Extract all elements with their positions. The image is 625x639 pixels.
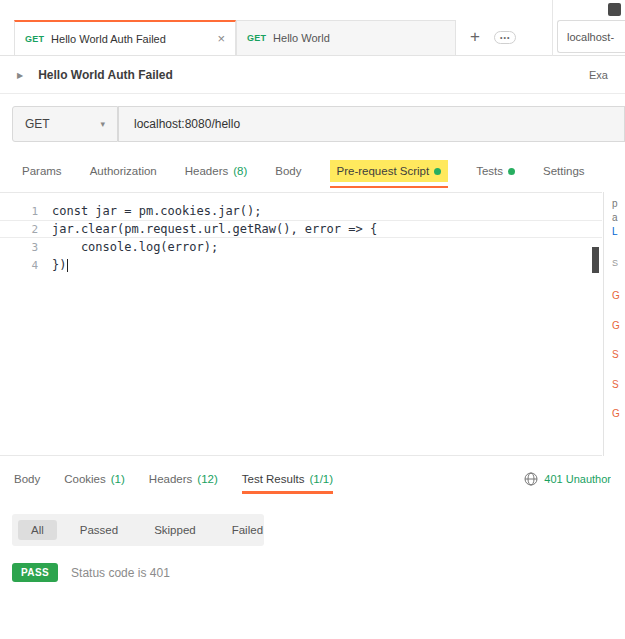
tab-label: Tests bbox=[476, 165, 503, 177]
response-tabs: Body Cookies (1) Headers (12) Test Resul… bbox=[0, 456, 625, 501]
tab-bar: GET Hello World Auth Failed × GET Hello … bbox=[0, 0, 625, 56]
tab-title: Hello World Auth Failed bbox=[51, 33, 166, 45]
tab-label: Headers bbox=[149, 473, 192, 485]
request-header: ▶ Hello World Auth Failed Exa bbox=[0, 57, 625, 94]
code-line: 1 const jar = pm.cookies.jar(); bbox=[0, 202, 602, 220]
url-bar: GET ▾ localhost:8080/hello bbox=[12, 104, 625, 144]
code-editor[interactable]: 1 const jar = pm.cookies.jar(); 2 jar.cl… bbox=[0, 192, 602, 456]
tab-tests[interactable]: Tests bbox=[476, 165, 515, 177]
tab-body[interactable]: Body bbox=[275, 165, 301, 177]
tab-params[interactable]: Params bbox=[22, 165, 62, 177]
editor-scrollbar-thumb[interactable] bbox=[592, 247, 599, 273]
tab-label: Test Results bbox=[242, 473, 305, 485]
code-text: const jar = pm.cookies.jar(); bbox=[52, 204, 262, 218]
tab-pre-request-script[interactable]: Pre-request Script bbox=[330, 160, 449, 182]
filter-failed[interactable]: Failed bbox=[219, 520, 276, 540]
chevron-down-icon: ▾ bbox=[100, 119, 105, 129]
snippet-fragment[interactable]: G bbox=[612, 290, 620, 301]
line-number: 2 bbox=[0, 223, 52, 236]
new-tab-button[interactable]: + bbox=[470, 27, 480, 47]
filter-passed[interactable]: Passed bbox=[67, 520, 131, 540]
request-tabs: Params Authorization Headers (8) Body Pr… bbox=[0, 150, 625, 192]
request-title: Hello World Auth Failed bbox=[38, 68, 173, 82]
tab-count: (12) bbox=[197, 473, 217, 485]
snippet-fragment[interactable]: S bbox=[612, 349, 619, 360]
postman-app: GET Hello World Auth Failed × GET Hello … bbox=[0, 0, 625, 639]
line-number: 3 bbox=[0, 241, 52, 254]
response-tab-cookies[interactable]: Cookies (1) bbox=[64, 473, 125, 485]
code-text: jar.clear(pm.request.url.getRaw(), error… bbox=[52, 222, 377, 236]
method-value: GET bbox=[25, 117, 50, 131]
code-text: }) bbox=[52, 258, 66, 272]
test-result-row: PASS Status code is 401 bbox=[12, 563, 170, 582]
tab-label: Cookies bbox=[64, 473, 106, 485]
snippet-fragment[interactable]: G bbox=[612, 320, 620, 331]
method-label: GET bbox=[247, 33, 266, 43]
tab-authorization[interactable]: Authorization bbox=[90, 165, 157, 177]
test-result-filters: All Passed Skipped Failed bbox=[12, 514, 264, 546]
code-line: 2 jar.clear(pm.request.url.getRaw(), err… bbox=[0, 220, 602, 238]
method-dropdown[interactable]: GET ▾ bbox=[12, 106, 118, 142]
request-tab[interactable]: GET Hello World bbox=[236, 20, 456, 56]
code-line: 4 }) bbox=[0, 256, 602, 274]
method-label: GET bbox=[25, 34, 44, 44]
more-tabs-button[interactable]: ••• bbox=[494, 31, 516, 44]
corner-icon[interactable] bbox=[608, 3, 621, 16]
tab-headers[interactable]: Headers (8) bbox=[185, 165, 248, 177]
filter-skipped[interactable]: Skipped bbox=[141, 520, 209, 540]
response-meta: 401 Unauthor bbox=[524, 472, 611, 486]
line-number: 4 bbox=[0, 259, 52, 272]
snippet-fragment[interactable]: S bbox=[612, 379, 619, 390]
url-input[interactable]: localhost:8080/hello bbox=[118, 106, 625, 142]
test-result-text: Status code is 401 bbox=[71, 566, 170, 580]
response-status: 401 Unauthor bbox=[544, 473, 611, 485]
snippets-panel: p a L S G G S S G bbox=[603, 192, 625, 456]
snippet-fragment: a bbox=[612, 212, 618, 223]
divider bbox=[552, 0, 553, 56]
collapse-request-icon[interactable]: ▶ bbox=[17, 71, 23, 80]
url-value: localhost:8080/hello bbox=[134, 117, 240, 131]
examples-button[interactable]: Exa bbox=[589, 69, 608, 81]
filter-all[interactable]: All bbox=[18, 520, 57, 540]
code-text: console.log(error); bbox=[52, 240, 218, 254]
green-dot bbox=[434, 168, 441, 175]
tab-count: (8) bbox=[233, 165, 247, 177]
environment-selector[interactable]: localhost- bbox=[557, 20, 625, 53]
tab-count: (1) bbox=[111, 473, 125, 485]
snippet-fragment[interactable]: L bbox=[612, 226, 618, 237]
pass-badge: PASS bbox=[12, 563, 58, 582]
tab-settings[interactable]: Settings bbox=[543, 165, 585, 177]
snippet-fragment: p bbox=[612, 198, 618, 209]
request-tab[interactable]: GET Hello World Auth Failed × bbox=[14, 20, 236, 56]
response-tab-headers[interactable]: Headers (12) bbox=[149, 473, 218, 485]
line-number: 1 bbox=[0, 205, 52, 218]
response-tab-test-results[interactable]: Test Results (1/1) bbox=[242, 473, 333, 485]
tab-count: (1/1) bbox=[309, 473, 333, 485]
tab-title: Hello World bbox=[273, 32, 330, 44]
globe-icon bbox=[524, 472, 538, 486]
close-tab-icon[interactable]: × bbox=[217, 32, 225, 45]
code-line: 3 console.log(error); bbox=[0, 238, 602, 256]
text-cursor bbox=[67, 259, 68, 272]
green-dot bbox=[508, 168, 515, 175]
tab-label: Headers bbox=[185, 165, 228, 177]
tab-label: Pre-request Script bbox=[337, 165, 430, 177]
snippet-fragment: S bbox=[612, 258, 618, 268]
snippet-fragment[interactable]: G bbox=[612, 408, 620, 419]
response-tab-body[interactable]: Body bbox=[14, 473, 40, 485]
